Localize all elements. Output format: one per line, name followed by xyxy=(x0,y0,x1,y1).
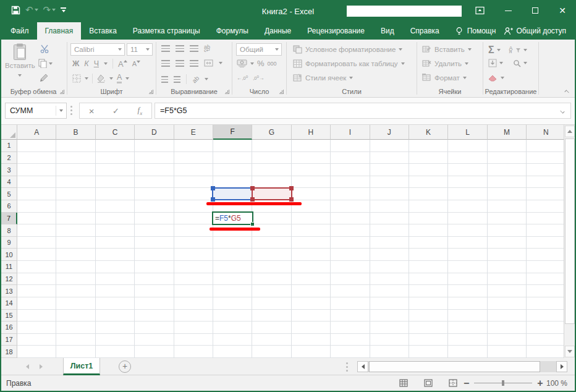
sheet-nav-left-icon[interactable] xyxy=(26,364,29,369)
italic-button[interactable]: К xyxy=(84,59,88,68)
row-header-4[interactable]: 4 xyxy=(1,176,17,189)
column-header-N[interactable]: N xyxy=(527,125,564,140)
zoom-slider-handle[interactable] xyxy=(502,380,504,386)
paste-button[interactable]: Вставить xyxy=(5,43,35,78)
row-header-2[interactable]: 2 xyxy=(1,152,17,164)
tab-Главная[interactable]: Главная xyxy=(37,22,82,40)
row-header-15[interactable]: 15 xyxy=(1,310,17,322)
row-header-18[interactable]: 18 xyxy=(1,346,17,358)
undo-icon[interactable]: ↶ xyxy=(25,4,38,15)
tab-Справка[interactable]: Справка xyxy=(402,22,447,40)
row-header-11[interactable]: 11 xyxy=(1,261,17,273)
tab-assistant[interactable]: Помощн xyxy=(466,27,501,35)
column-header-K[interactable]: K xyxy=(409,125,448,140)
comma-style-button[interactable]: 000 xyxy=(268,61,277,67)
column-header-D[interactable]: D xyxy=(135,125,174,140)
sheet-nav-right-icon[interactable] xyxy=(40,364,43,369)
borders-caret-icon[interactable] xyxy=(85,77,88,80)
collapse-ribbon-icon[interactable] xyxy=(564,90,570,93)
tab-Разметка страницы[interactable]: Разметка страницы xyxy=(125,22,208,40)
zoom-level[interactable]: 100 % xyxy=(546,375,567,391)
row-header-8[interactable]: 8 xyxy=(1,224,17,237)
hscroll-left-icon[interactable] xyxy=(357,361,368,372)
tabbar-resizer[interactable] xyxy=(346,362,348,372)
column-header-I[interactable]: I xyxy=(331,125,370,140)
enter-button[interactable]: ✓ xyxy=(112,106,119,116)
fill-color-icon[interactable] xyxy=(96,74,106,83)
sheet-tab-list1[interactable]: Лист1 xyxy=(63,358,100,375)
column-header-M[interactable]: M xyxy=(488,125,527,140)
qat-customize-icon[interactable] xyxy=(61,7,66,12)
fill-color-caret-icon[interactable] xyxy=(109,77,113,80)
cells-item-0[interactable]: Вставить xyxy=(422,45,472,53)
ribbon-display-options-icon[interactable] xyxy=(475,6,485,15)
align-left-icon[interactable] xyxy=(161,60,170,67)
cut-button[interactable] xyxy=(40,45,49,54)
row-header-12[interactable]: 12 xyxy=(1,273,17,286)
format-painter-button[interactable] xyxy=(40,73,49,83)
hscroll-right-icon[interactable] xyxy=(556,361,567,372)
styles-item-0[interactable]: Условное форматирование xyxy=(293,45,402,54)
add-sheet-button[interactable]: + xyxy=(119,360,131,373)
row-header-5[interactable]: 5 xyxy=(1,188,17,200)
page-layout-view-icon[interactable] xyxy=(424,379,433,387)
font-color-caret-icon[interactable] xyxy=(125,77,129,80)
align-center-icon[interactable] xyxy=(176,60,184,67)
cells-item-1[interactable]: Удалить xyxy=(422,59,468,67)
tab-Формулы[interactable]: Формулы xyxy=(208,22,256,40)
row-header-6[interactable]: 6 xyxy=(1,200,17,213)
tab-Рецензирование[interactable]: Рецензирование xyxy=(299,22,373,40)
row-header-10[interactable]: 10 xyxy=(1,249,17,261)
number-dialog-launcher-icon[interactable] xyxy=(279,90,284,94)
column-header-A[interactable]: A xyxy=(17,125,56,140)
insert-function-button[interactable]: fx xyxy=(138,105,143,116)
horizontal-scroll-thumb[interactable] xyxy=(369,361,540,372)
clipboard-dialog-launcher-icon[interactable] xyxy=(60,90,64,94)
column-header-J[interactable]: J xyxy=(370,125,409,140)
redo-icon[interactable]: ↷ xyxy=(43,4,56,15)
name-box-caret-icon[interactable] xyxy=(56,106,63,116)
row-header-14[interactable]: 14 xyxy=(1,297,17,310)
row-header-9[interactable]: 9 xyxy=(1,237,17,249)
orientation-icon[interactable]: ab xyxy=(191,74,201,84)
cancel-button[interactable]: × xyxy=(89,106,95,116)
vertical-scroll-thumb[interactable] xyxy=(565,138,575,324)
wrap-text-icon[interactable]: abc↵ xyxy=(204,46,211,52)
bold-button[interactable]: Ж xyxy=(72,59,79,68)
row-header-1[interactable]: 1 xyxy=(1,140,17,152)
zoom-slider[interactable] xyxy=(474,383,532,383)
zoom-out-icon[interactable]: − xyxy=(464,378,469,389)
zoom-in-icon[interactable]: + xyxy=(537,378,543,389)
borders-icon[interactable] xyxy=(72,74,81,83)
grid[interactable]: =F5*G5 xyxy=(17,140,564,358)
column-header-L[interactable]: L xyxy=(448,125,487,140)
row-header-3[interactable]: 3 xyxy=(1,164,17,176)
tab-Вид[interactable]: Вид xyxy=(373,22,402,40)
decrease-decimal-icon[interactable]: ,00→ xyxy=(253,74,264,81)
autosum-button[interactable]: Σ xyxy=(488,45,494,56)
sort-filter-icon[interactable]: Ая xyxy=(509,47,513,53)
increase-indent-icon[interactable] xyxy=(174,76,180,83)
increase-decimal-icon[interactable]: ←,00 xyxy=(237,74,248,81)
autosum-caret-icon[interactable] xyxy=(497,49,501,51)
formula-bar-resizer[interactable] xyxy=(70,106,72,115)
fill-down-icon[interactable] xyxy=(488,59,497,67)
cells-item-2[interactable]: Формат xyxy=(422,74,467,82)
fill-handle[interactable] xyxy=(250,222,255,226)
percent-style-button[interactable]: % xyxy=(257,59,265,68)
scroll-down-icon[interactable] xyxy=(565,346,575,357)
accounting-format-icon[interactable] xyxy=(237,59,247,67)
font-color-button[interactable]: А xyxy=(117,74,122,83)
styles-item-2[interactable]: Стили ячеек xyxy=(293,74,353,82)
column-header-B[interactable]: B xyxy=(56,125,95,140)
active-cell-F7[interactable]: =F5*G5 xyxy=(212,211,253,225)
vertical-scrollbar[interactable] xyxy=(564,125,575,358)
search-input[interactable] xyxy=(347,6,462,17)
align-top-icon[interactable] xyxy=(161,45,170,52)
font-name-combo[interactable]: Calibri xyxy=(70,43,125,56)
tab-share[interactable]: Общий доступ xyxy=(516,27,566,35)
shrink-font-button[interactable]: А xyxy=(132,60,140,67)
fill-caret-icon[interactable] xyxy=(499,62,503,64)
align-middle-icon[interactable] xyxy=(176,45,184,52)
select-all-corner[interactable] xyxy=(1,125,17,140)
